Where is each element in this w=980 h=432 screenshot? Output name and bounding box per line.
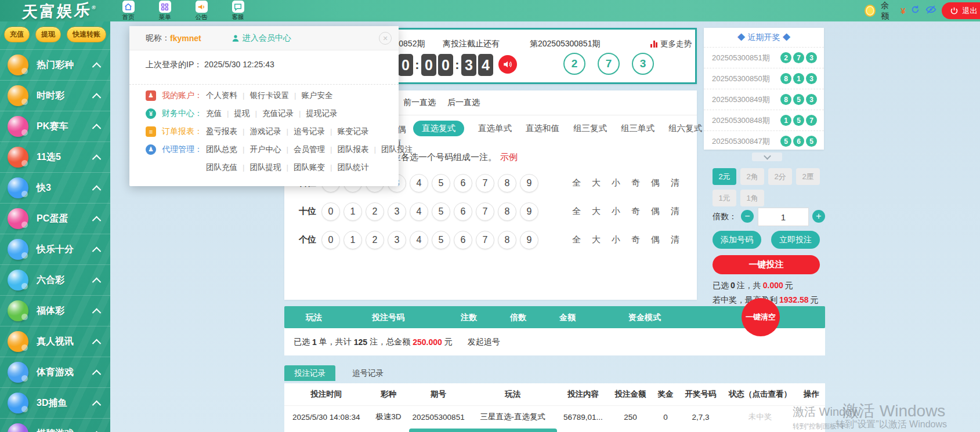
menu-link[interactable]: 会员管理 (281, 144, 326, 155)
nav-home[interactable]: 首页 (116, 1, 140, 21)
quick-filter[interactable]: 偶 (651, 177, 660, 188)
bet-now-button[interactable]: 立即投注 (771, 231, 820, 249)
add-number-button[interactable]: 添加号码 (713, 231, 761, 249)
number-ball[interactable]: 1 (343, 231, 362, 249)
sidebar-item[interactable]: 快3 (0, 172, 110, 203)
sidebar-item[interactable]: 六合彩 (0, 264, 110, 295)
menu-link[interactable]: 提现 (222, 108, 250, 119)
number-ball[interactable]: 4 (410, 202, 428, 221)
collapse-toggle[interactable] (752, 153, 782, 161)
mode-zhixuan-fushi[interactable]: 直选复式 (413, 121, 464, 136)
menu-link[interactable]: 团队账变 (281, 162, 326, 173)
quick-filter[interactable]: 清 (671, 206, 679, 217)
multiplier-plus-button[interactable]: + (812, 210, 825, 223)
number-ball[interactable]: 3 (388, 231, 406, 249)
mode-zusan-danshi[interactable]: 组三单式 (621, 123, 654, 134)
number-ball[interactable]: 7 (476, 202, 494, 221)
number-ball[interactable]: 4 (410, 231, 428, 249)
example-link[interactable]: 示例 (500, 152, 518, 162)
menu-link[interactable]: 团队提现 (237, 162, 281, 173)
tab-chase-records[interactable]: 追号记录 (345, 365, 391, 381)
mode-zuliu-fushi[interactable]: 组六复式 (668, 123, 702, 134)
number-ball[interactable]: 5 (432, 231, 450, 249)
member-center-link[interactable]: 进入会员中心 (232, 33, 291, 43)
denom-button[interactable]: 2元 (713, 168, 736, 185)
eye-off-icon[interactable] (925, 4, 936, 17)
menu-link[interactable]: 团队总览 (206, 144, 237, 155)
quick-filter[interactable]: 全 (572, 177, 581, 188)
number-ball[interactable]: 7 (476, 174, 494, 193)
menu-link[interactable]: 账户安全 (289, 90, 333, 101)
number-ball[interactable]: 0 (321, 231, 340, 249)
quick-filter[interactable]: 全 (572, 234, 581, 245)
number-ball[interactable]: 6 (454, 202, 472, 221)
logout-button[interactable]: 退出 (942, 2, 980, 19)
menu-link[interactable]: 银行卡设置 (237, 90, 289, 101)
close-icon[interactable]: ✕ (379, 32, 392, 45)
sidebar-item[interactable]: 体育游戏 (0, 357, 110, 387)
number-ball[interactable]: 5 (432, 202, 450, 221)
sidebar-item[interactable]: PK赛车 (0, 111, 110, 141)
menu-link[interactable]: 团队投注 (369, 144, 413, 155)
denom-button[interactable]: 2角 (740, 168, 764, 185)
number-ball[interactable]: 9 (520, 174, 538, 193)
sidebar-item[interactable]: 快乐十分 (0, 234, 110, 264)
quick-filter[interactable]: 清 (671, 234, 679, 245)
quick-filter[interactable]: 小 (612, 206, 620, 217)
quick-filter[interactable]: 偶 (651, 206, 660, 217)
quick-filter[interactable]: 偶 (651, 234, 660, 245)
sound-toggle[interactable] (498, 55, 517, 74)
denom-button[interactable]: 1角 (740, 190, 764, 206)
number-ball[interactable]: 7 (476, 231, 494, 249)
one-click-bet-button[interactable]: 一键投注 (713, 255, 820, 274)
withdraw-button[interactable]: 提现 (35, 27, 61, 42)
records-data-row[interactable]: 2025/5/30 14:08:34极速3D202505300851三星直选-直… (284, 406, 825, 428)
number-ball[interactable]: 2 (366, 202, 384, 221)
number-ball[interactable]: 8 (498, 174, 516, 193)
number-ball[interactable]: 1 (343, 202, 362, 221)
nav-announcement[interactable]: 公告 (189, 1, 214, 21)
quick-filter[interactable]: 大 (592, 206, 601, 217)
number-ball[interactable]: 6 (454, 231, 472, 249)
number-ball[interactable]: 9 (520, 202, 538, 221)
menu-link[interactable]: 盈亏报表 (206, 126, 237, 137)
tab-bet-records[interactable]: 投注记录 (284, 365, 335, 381)
number-ball[interactable]: 2 (366, 231, 384, 249)
number-ball[interactable]: 8 (498, 202, 516, 221)
menu-link[interactable]: 团队充值 (206, 162, 237, 173)
menu-link[interactable]: 团队报表 (325, 144, 369, 155)
number-ball[interactable]: 3 (388, 202, 406, 221)
quick-filter[interactable]: 小 (612, 234, 620, 245)
menu-link[interactable]: 团队统计 (325, 162, 369, 173)
sidebar-item[interactable]: 真人视讯 (0, 326, 110, 357)
refresh-icon[interactable] (910, 5, 920, 17)
menu-link[interactable]: 开户中心 (237, 144, 281, 155)
sidebar-item[interactable]: 3D捕鱼 (0, 387, 110, 418)
menu-link[interactable]: 游戏记录 (237, 126, 281, 137)
mode-zusan-fushi[interactable]: 组三复式 (573, 123, 607, 134)
menu-link[interactable]: 账变记录 (325, 126, 369, 137)
quick-filter[interactable]: 小 (612, 177, 620, 188)
quick-filter[interactable]: 奇 (631, 206, 640, 217)
quick-filter[interactable]: 大 (592, 234, 601, 245)
menu-link[interactable]: 提现记录 (294, 108, 338, 119)
multiplier-input[interactable] (758, 208, 809, 226)
denom-button[interactable]: 2厘 (796, 168, 820, 185)
start-chase-link[interactable]: 发起追号 (468, 337, 500, 347)
mode-zhixuan-danshi[interactable]: 直选单式 (478, 123, 512, 134)
sidebar-item[interactable]: 福体彩 (0, 295, 110, 326)
recharge-button[interactable]: 充值 (4, 27, 30, 42)
quick-filter[interactable]: 奇 (631, 234, 640, 245)
pagination-peek[interactable] (409, 429, 557, 432)
number-ball[interactable]: 8 (498, 231, 516, 249)
menu-link[interactable]: 充值 (206, 108, 222, 119)
sidebar-item[interactable]: 棋牌游戏 (0, 418, 110, 432)
sidebar-item[interactable]: 11选5 (0, 141, 110, 172)
quick-transfer-button[interactable]: 快速转账 (67, 27, 106, 42)
menu-link[interactable]: 个人资料 (206, 90, 237, 101)
multiplier-minus-button[interactable]: − (741, 210, 754, 223)
quick-filter[interactable]: 奇 (631, 177, 640, 188)
number-ball[interactable]: 5 (432, 174, 450, 193)
denom-button[interactable]: 2分 (768, 168, 792, 185)
tab-back-straight[interactable]: 后一直选 (447, 97, 480, 108)
